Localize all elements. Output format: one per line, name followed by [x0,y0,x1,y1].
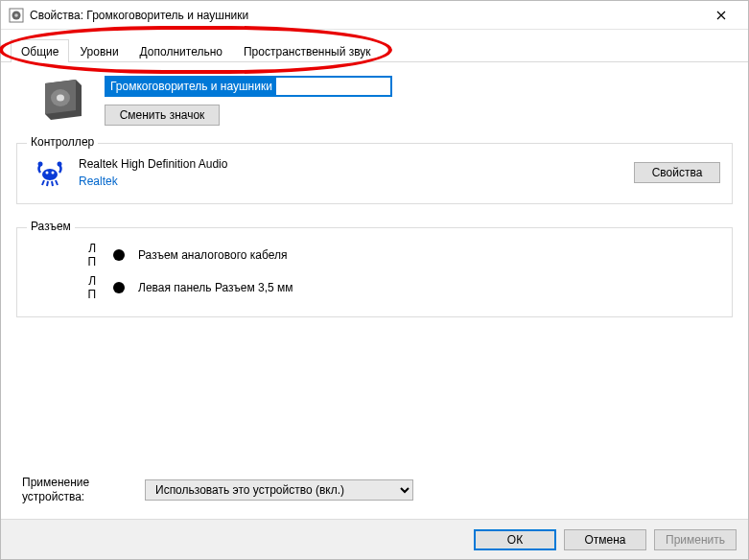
speaker-icon [9,8,24,23]
tab-spatial-sound[interactable]: Пространственный звук [233,39,382,62]
tab-general[interactable]: Общие [11,39,69,62]
change-icon-button[interactable]: Сменить значок [105,105,220,126]
svg-point-5 [42,169,58,180]
device-usage-select[interactable]: Использовать это устройство (вкл.) [145,479,413,501]
ok-button[interactable]: ОК [474,529,556,550]
tab-levels[interactable]: Уровни [69,39,129,62]
controller-group: Контроллер Realtek High Defini [16,143,733,204]
jack-row: Л П Левая панель Разъем 3,5 мм [71,274,720,301]
svg-point-8 [46,172,49,175]
device-speaker-icon [39,80,85,120]
controller-legend: Контроллер [27,135,98,149]
titlebar: Свойства: Громкоговоритель и наушники [1,1,748,30]
tab-advanced[interactable]: Дополнительно [129,39,233,62]
controller-vendor-link[interactable]: Realtek [79,175,620,188]
svg-point-2 [14,13,18,17]
jack-color-dot [113,249,125,261]
close-button[interactable] [702,2,740,29]
device-name-value: Громкоговоритель и наушники [106,78,276,95]
jack-legend: Разъем [27,220,75,233]
window-title: Свойства: Громкоговоритель и наушники [30,9,702,22]
realtek-crab-icon [35,157,65,188]
jack-label: Разъем аналогового кабеля [138,248,287,262]
jack-label: Левая панель Разъем 3,5 мм [138,281,293,294]
jack-lr-indicator: Л П [71,274,100,301]
jack-color-dot [113,282,125,293]
device-name-input[interactable]: Громкоговоритель и наушники [105,76,392,97]
svg-point-9 [52,172,55,175]
device-usage-label: Применение устройства: [22,476,128,503]
apply-button[interactable]: Применить [654,529,737,550]
jack-group: Разъем Л П Разъем аналогового кабеля Л П… [16,227,733,317]
controller-name: Realtek High Definition Audio [79,157,620,171]
dialog-footer: ОК Отмена Применить [1,519,748,559]
tab-content-general: Громкоговоритель и наушники Сменить знач… [1,62,748,519]
svg-point-7 [58,162,62,167]
svg-point-4 [57,94,64,101]
svg-point-6 [38,162,43,167]
properties-dialog: Свойства: Громкоговоритель и наушники Об… [0,0,749,560]
cancel-button[interactable]: Отмена [564,529,646,550]
jack-lr-indicator: Л П [71,242,100,268]
tab-strip: Общие Уровни Дополнительно Пространствен… [1,35,748,62]
jack-row: Л П Разъем аналогового кабеля [71,242,720,268]
controller-properties-button[interactable]: Свойства [634,162,720,183]
